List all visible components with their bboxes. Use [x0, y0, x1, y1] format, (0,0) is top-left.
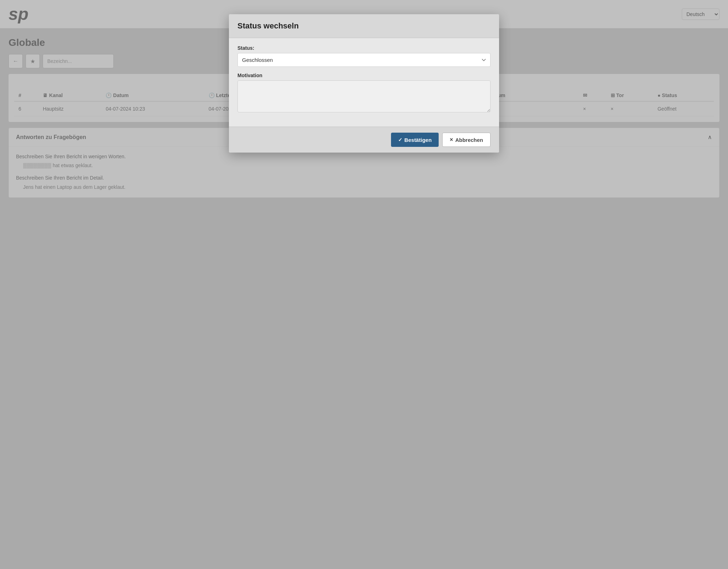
status-group: Status: Geschlossen Geöffnet In Bearbeit…	[237, 45, 491, 67]
motivation-textarea[interactable]	[237, 80, 491, 112]
x-icon: ×	[450, 137, 453, 143]
modal-title: Status wechseln	[237, 21, 491, 31]
modal-body: Status: Geschlossen Geöffnet In Bearbeit…	[229, 38, 499, 127]
check-icon: ✓	[398, 137, 402, 143]
motivation-label: Motivation	[237, 73, 491, 78]
modal-footer: ✓ Bestätigen × Abbrechen	[229, 127, 499, 153]
cancel-button[interactable]: × Abbrechen	[442, 133, 491, 147]
modal-header: Status wechseln	[229, 14, 499, 38]
status-select[interactable]: Geschlossen Geöffnet In Bearbeitung Abge…	[237, 53, 491, 67]
status-modal: Status wechseln Status: Geschlossen Geöf…	[229, 14, 499, 153]
motivation-group: Motivation	[237, 73, 491, 114]
cancel-label: Abbrechen	[455, 137, 483, 143]
status-label: Status:	[237, 45, 491, 51]
confirm-label: Bestätigen	[405, 137, 432, 143]
modal-overlay: Status wechseln Status: Geschlossen Geöf…	[0, 0, 728, 569]
confirm-button[interactable]: ✓ Bestätigen	[391, 133, 439, 147]
